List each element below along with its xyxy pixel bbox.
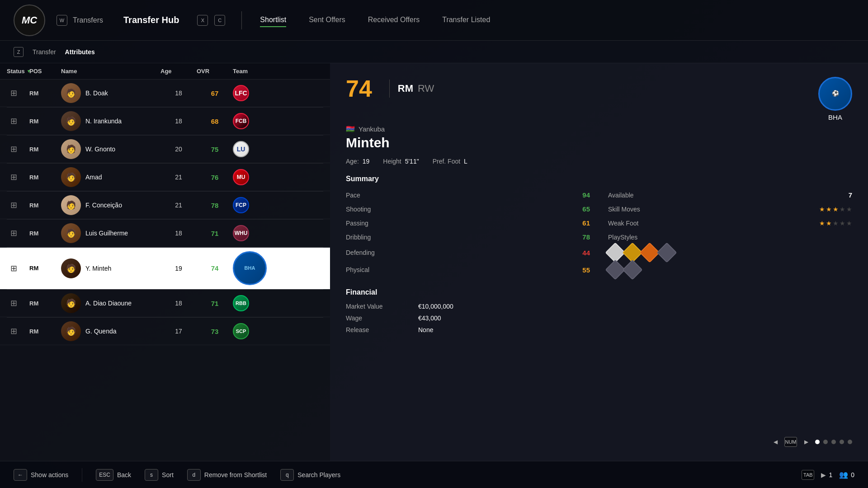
player-row[interactable]: ⊞ RM 🧑 Luis Guilherme 18 71 WHU [0, 220, 330, 247]
col-ovr: OVR [197, 68, 233, 75]
player-ovr: 73 [197, 328, 233, 335]
people-count: 0 [851, 471, 854, 479]
search-key: q [280, 469, 294, 481]
bottom-right-status: TAB ▶ 1 👥 0 [802, 470, 854, 480]
nav-divider [241, 11, 242, 29]
player-row[interactable]: ⊞ RM 🧑 A. Diao Diaoune 18 71 RBB [0, 290, 330, 317]
prev-arrow[interactable]: ◀ [770, 436, 781, 447]
tab-item: TAB [802, 470, 814, 480]
team-badge: LFC [233, 85, 249, 101]
financial-section: Financial Market Value €10,000,000 Wage … [346, 288, 852, 338]
pos-badge: RM [29, 174, 61, 181]
player-detail-panel: 74 RM RW ⚽ BHA 🇬🇲 Yankuba [330, 63, 868, 461]
player-avatar-name: 🧑 W. Gnonto [61, 139, 160, 159]
player-avatar-name: 🧑 N. Irankunda [61, 111, 160, 131]
status-icon: ⊞ [7, 324, 20, 339]
player-age: 18 [160, 117, 197, 125]
people-count-item: 👥 0 [839, 470, 854, 479]
tab-transfer-listed[interactable]: Transfer Listed [442, 14, 490, 27]
search-players-button[interactable]: q Search Players [280, 469, 340, 481]
next-arrow[interactable]: ▶ [801, 436, 811, 447]
col-age: Age [160, 68, 197, 75]
player-list-panel: Status ▼ POS Name Age OVR Team ⊞ RM 🧑 B.… [0, 63, 330, 461]
toolbar-divider-1 [82, 468, 82, 482]
sort-key: s [145, 469, 158, 481]
avatar: 🧑 [61, 111, 81, 131]
avatar: 🧑 [61, 139, 81, 159]
list-header: Status ▼ POS Name Age OVR Team [0, 63, 330, 80]
stat-dribbling: Dribbling 78 [346, 231, 590, 243]
show-actions-button[interactable]: ← Show actions [14, 469, 68, 481]
rating-divider [389, 80, 390, 98]
col-status[interactable]: Status ▼ [7, 68, 29, 75]
player-name: Amad [85, 174, 102, 181]
sort-button[interactable]: s Sort [145, 469, 174, 481]
player-avatar-name: 🧑 G. Quenda [61, 321, 160, 341]
stat-shooting: Shooting 65 [346, 203, 590, 215]
pos-badge: RM [29, 118, 61, 125]
pos-badge: RM [29, 146, 61, 153]
team-badge: RBB [233, 295, 249, 311]
status-icon: ⊞ [7, 261, 20, 276]
player-ovr: 71 [197, 300, 233, 307]
sort-label: Sort [162, 471, 174, 479]
player-row[interactable]: ⊞ RM 🧑 Amad 21 76 MU [0, 164, 330, 191]
w-key-badge: W [57, 15, 67, 26]
transfers-label[interactable]: Transfers [73, 16, 103, 24]
player-avatar-name: 🧑 A. Diao Diaoune [61, 293, 160, 313]
team-badge: SCP [233, 323, 249, 339]
player-age: 18 [160, 89, 197, 97]
summary-title: Summary [346, 175, 852, 183]
player-row[interactable]: ⊞ RM 🧑 G. Quenda 17 73 SCP [0, 318, 330, 345]
player-age: 21 [160, 174, 197, 181]
dot-1 [815, 440, 820, 444]
pos-badge: RM [29, 202, 61, 209]
player-ovr: 75 [197, 145, 233, 153]
player-avatar-name: 🧑 Y. Minteh [61, 258, 160, 278]
tab-key: TAB [802, 470, 814, 480]
top-navigation: MC W Transfers Transfer Hub X C Shortlis… [0, 0, 868, 41]
bottom-toolbar: ← Show actions ESC Back s Sort d Remove … [0, 461, 868, 488]
pagination-dots: ◀ NUM ▶ [346, 436, 852, 447]
nav-tabs: Shortlist Sent Offers Received Offers Tr… [260, 14, 490, 27]
player-row[interactable]: ⊞ RM 🧑 F. Conceição 21 78 FCP [0, 192, 330, 219]
pos-badge: RM [29, 90, 61, 97]
status-icon: ⊞ [7, 197, 20, 213]
remove-shortlist-button[interactable]: d Remove from Shortlist [187, 469, 267, 481]
avatar: 🧑 [61, 293, 81, 313]
player-row[interactable]: ⊞ RM 🧑 W. Gnonto 20 75 LU [0, 136, 330, 163]
status-icon: ⊞ [7, 141, 20, 157]
player-row[interactable]: ⊞ RM 🧑 N. Irankunda 18 68 FCB [0, 108, 330, 135]
dot-5 [848, 440, 852, 444]
stats-grid: Pace 94 Available 7 Shooting 65 Skill Mo… [346, 189, 852, 277]
pos-alt: RW [418, 83, 434, 94]
tab-shortlist[interactable]: Shortlist [260, 14, 286, 27]
tab-sent-offers[interactable]: Sent Offers [309, 14, 345, 27]
avatar: 🧑 [61, 223, 81, 243]
search-label: Search Players [297, 471, 340, 479]
player-row-selected[interactable]: ⊞ RM 🧑 Y. Minteh 19 74 BHA [0, 248, 330, 289]
wage-row: Wage €43,000 [346, 314, 852, 322]
back-button[interactable]: ESC Back [96, 469, 131, 481]
stat-skill-moves: Skill Moves ★ ★ ★ ★ ★ [608, 203, 852, 215]
dot-2 [823, 440, 828, 444]
playstyle-6 [622, 259, 642, 280]
nav-count-item: ▶ 1 [821, 471, 832, 479]
player-age: 19 [160, 265, 197, 272]
stat-physical: Physical 55 [346, 263, 590, 277]
player-age: 18 [160, 230, 197, 237]
sub-tab-attributes[interactable]: Attributes [65, 48, 95, 56]
remove-key: d [187, 469, 201, 481]
team-badge: FCP [233, 197, 249, 213]
player-row[interactable]: ⊞ RM 🧑 B. Doak 18 67 LFC [0, 80, 330, 107]
player-age: 18 [160, 300, 197, 307]
back-key: ESC [96, 469, 113, 481]
stat-defending: Defending 44 [346, 245, 590, 260]
nav-arrow-icon: ▶ [821, 471, 826, 479]
height-info: Height 5'11" [383, 158, 419, 165]
sub-tab-transfer[interactable]: Transfer [33, 48, 56, 56]
tab-received-offers[interactable]: Received Offers [368, 14, 420, 27]
player-avatar-name: 🧑 Amad [61, 167, 160, 187]
release-row: Release None [346, 326, 852, 333]
player-name: N. Irankunda [85, 117, 122, 125]
